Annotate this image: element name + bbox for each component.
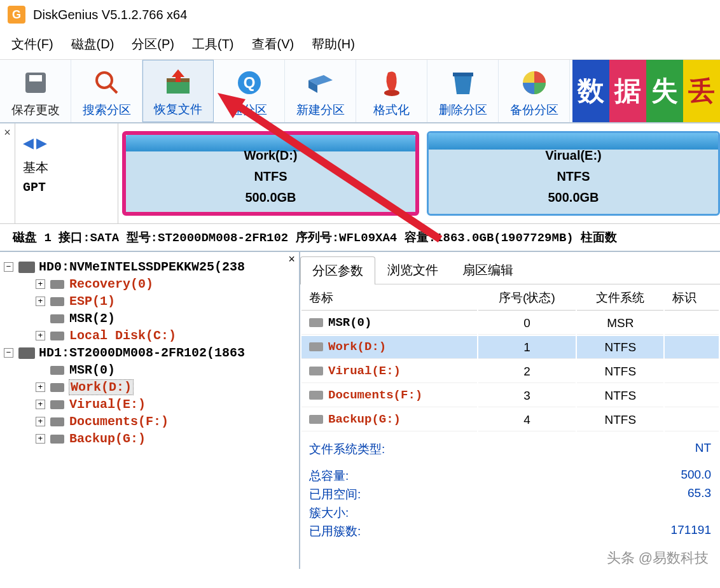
toolbar: 保存更改 搜索分区 恢复文件 Q速分区 新建分区 格式化 删除分区 备份分区 数… — [0, 60, 720, 123]
prev-arrow-icon[interactable]: ◀ — [23, 135, 34, 151]
menu-partition[interactable]: 分区(P) — [132, 36, 174, 53]
save-changes-button[interactable]: 保存更改 — [0, 60, 71, 122]
partition-block[interactable]: Virual(E:)NTFS500.0GB — [427, 131, 720, 216]
col-fs[interactable]: 文件系统 — [577, 286, 663, 311]
tree-item[interactable]: +Work(D:) — [4, 380, 295, 395]
svg-text:Q: Q — [243, 74, 255, 91]
menu-tools[interactable]: 工具(T) — [192, 36, 234, 53]
tree-item[interactable]: +Local Disk(C:) — [4, 328, 295, 343]
tabstrip: 分区参数 浏览文件 扇区编辑 — [300, 252, 720, 284]
quick-partition-button[interactable]: Q速分区 — [214, 60, 285, 122]
format-button[interactable]: 格式化 — [356, 60, 427, 122]
tree-item[interactable]: MSR(2) — [4, 311, 295, 326]
titlebar: G DiskGenius V5.1.2.766 x64 — [0, 0, 720, 29]
window-title: DiskGenius V5.1.2.766 x64 — [33, 8, 187, 22]
tree-hd0[interactable]: −HD0:NVMeINTELSSDPEKKW25(238 — [4, 260, 295, 274]
svg-rect-4 — [167, 81, 190, 94]
detail-row: 总容量:500.0 — [309, 468, 711, 484]
partition-map: Work(D:)NTFS500.0GBVirual(E:)NTFS500.0GB — [118, 123, 720, 223]
table-row[interactable]: Backup(G:)4NTFS — [301, 409, 719, 431]
col-volume[interactable]: 卷标 — [301, 286, 477, 311]
tree-item[interactable]: +Documents(F:) — [4, 414, 295, 429]
tree-close-icon[interactable]: × — [288, 253, 295, 266]
partition-block[interactable]: Work(D:)NTFS500.0GB — [122, 131, 419, 216]
detail-row: 已用簇数:171191 — [309, 523, 711, 540]
menubar: 文件(F) 磁盘(D) 分区(P) 工具(T) 查看(V) 帮助(H) — [0, 29, 720, 60]
partition-table: 卷标 序号(状态) 文件系统 标识 MSR(0)0MSRWork(D:)1NTF… — [300, 284, 720, 433]
col-flag[interactable]: 标识 — [665, 286, 719, 311]
disk-info-bar: 磁盘 1 接口:SATA 型号:ST2000DM008-2FR102 序列号:W… — [0, 224, 720, 252]
recover-files-button[interactable]: 恢复文件 — [142, 60, 214, 122]
partition-details: 文件系统类型:NT 总容量:500.0已用空间:65.3簇大小:已用簇数:171… — [300, 433, 720, 548]
svg-rect-1 — [29, 75, 42, 81]
next-arrow-icon[interactable]: ▶ — [36, 135, 47, 151]
right-panel: 分区参数 浏览文件 扇区编辑 卷标 序号(状态) 文件系统 标识 MSR(0)0… — [300, 252, 720, 569]
disk-type-basic: 基本 — [23, 159, 110, 176]
menu-help[interactable]: 帮助(H) — [312, 36, 355, 53]
tree-item[interactable]: +Backup(G:) — [4, 431, 295, 446]
tab-partition-params[interactable]: 分区参数 — [300, 256, 375, 284]
svg-rect-9 — [453, 73, 473, 76]
svg-line-3 — [109, 85, 117, 93]
tree-hd1[interactable]: −HD1:ST2000DM008-2FR102(1863 — [4, 346, 295, 360]
menu-disk[interactable]: 磁盘(D) — [71, 36, 114, 53]
detail-row: 簇大小: — [309, 505, 711, 521]
detail-fstype-value: NT — [695, 441, 711, 458]
disk-nav: ◀▶ 基本 GPT — [15, 123, 118, 223]
backup-partition-button[interactable]: 备份分区 — [499, 60, 570, 122]
svg-point-8 — [384, 90, 399, 96]
new-partition-button[interactable]: 新建分区 — [285, 60, 356, 122]
tree-item[interactable]: +ESP(1) — [4, 294, 295, 309]
table-row[interactable]: Work(D:)1NTFS — [301, 336, 719, 359]
tree-item[interactable]: +Virual(E:) — [4, 397, 295, 412]
delete-partition-button[interactable]: 删除分区 — [427, 60, 499, 122]
detail-fstype-label: 文件系统类型: — [309, 441, 385, 458]
menu-file[interactable]: 文件(F) — [11, 36, 53, 53]
disk-map-bar: × ◀▶ 基本 GPT Work(D:)NTFS500.0GBVirual(E:… — [0, 123, 720, 224]
app-icon: G — [8, 6, 25, 24]
tree-item[interactable]: +Recovery(0) — [4, 277, 295, 291]
tab-sector-edit[interactable]: 扇区编辑 — [450, 256, 525, 284]
menu-view[interactable]: 查看(V) — [252, 36, 294, 53]
table-row[interactable]: Virual(E:)2NTFS — [301, 360, 719, 383]
table-row[interactable]: MSR(0)0MSR — [301, 312, 719, 335]
close-panel-button[interactable]: × — [0, 123, 15, 223]
tab-browse-files[interactable]: 浏览文件 — [375, 256, 450, 284]
device-tree: × −HD0:NVMeINTELSSDPEKKW25(238 +Recovery… — [0, 252, 300, 569]
detail-row: 已用空间:65.3 — [309, 486, 711, 503]
search-partition-button[interactable]: 搜索分区 — [71, 60, 142, 122]
ad-banner[interactable]: 数 据 失 丢 — [572, 60, 720, 122]
watermark: 头条 @易数科技 — [607, 549, 709, 568]
tree-item[interactable]: MSR(0) — [4, 363, 295, 377]
col-index[interactable]: 序号(状态) — [478, 286, 576, 311]
table-row[interactable]: Documents(F:)3NTFS — [301, 384, 719, 407]
disk-type-gpt: GPT — [23, 180, 110, 195]
